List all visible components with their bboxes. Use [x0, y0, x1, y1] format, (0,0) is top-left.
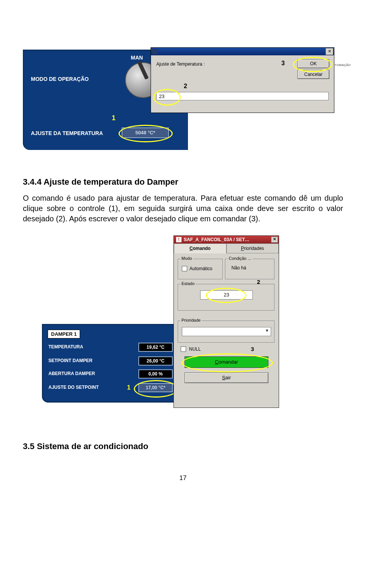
highlight-oval-1 [134, 380, 178, 398]
callout-3: 3 [251, 346, 254, 352]
command-dialog: ! SAF_A_FANCOIL_03A / SET… ✕ CComandooma… [173, 235, 279, 408]
tab-prioridades[interactable]: Prioridades [226, 243, 279, 253]
close-icon[interactable]: ✕ [326, 48, 333, 55]
highlight-oval-2 [153, 89, 181, 106]
automatico-checkbox[interactable]: Automático [182, 266, 212, 271]
close-icon[interactable]: ✕ [271, 237, 278, 243]
checkbox-icon [182, 266, 187, 271]
highlight-oval-2 [206, 288, 246, 303]
checkbox-icon [181, 346, 186, 352]
dialog-titlebar: ✕ [151, 48, 334, 55]
automatico-label: Automático [189, 266, 212, 271]
setpoint-value: 26,00 °C [138, 356, 173, 366]
dialog-title-text: SAF_A_FANCOIL_03A / SET… [184, 237, 249, 242]
temperature-input[interactable] [156, 92, 329, 100]
temperature-dialog: ✕ Ajuste de Temperatura : 3 2 OK Cancela… [151, 47, 334, 113]
figure-1: MAN MODO DE OPERAÇÃO AJUSTE DA TEMPERATU… [23, 50, 328, 164]
page-number: 17 [23, 474, 343, 482]
ajuste-setpoint-label: AJUSTE DO SETPOINT [48, 385, 99, 390]
sair-button[interactable]: Sair [185, 372, 268, 383]
dialog-field-label: Ajuste de Temperatura : [156, 61, 205, 67]
null-label: NULL [189, 346, 201, 352]
modo-operacao-label: MODO DE OPERAÇÃO [31, 76, 89, 82]
prioridade-select[interactable] [182, 327, 271, 336]
callout-2: 2 [184, 83, 187, 90]
temperatura-label: TEMPERATURA [48, 344, 83, 350]
callout-3: 3 [281, 60, 285, 67]
modo-group: Modo Automático [178, 259, 223, 279]
temperatura-value: 19,62 °C [138, 343, 173, 352]
highlight-oval-1 [119, 125, 173, 142]
highlight-oval-3 [293, 57, 332, 72]
condicao-group: Condição ... Não há [225, 259, 274, 279]
prioridade-group: Prioridade [178, 321, 274, 343]
abertura-value: 0,00 % [138, 369, 173, 379]
highlight-oval-3 [181, 353, 273, 372]
man-label: MAN [131, 55, 143, 61]
callout-1: 1 [127, 384, 130, 391]
tab-comando[interactable]: CComandoomando [174, 243, 226, 253]
prioridade-legend: Prioridade [180, 318, 202, 322]
modo-legend: Modo [180, 256, 193, 261]
callout-1: 1 [112, 114, 116, 122]
ajuste-temperatura-label: AJUSTE DA TEMPERATURA [31, 130, 103, 136]
setpoint-label: SETPOINT DAMPER [48, 358, 92, 363]
figure-2: DAMPER 1 TEMPERATURA SETPOINT DAMPER ABE… [42, 235, 309, 419]
null-checkbox[interactable]: NULL [181, 346, 201, 352]
damper-header: DAMPER 1 [48, 330, 80, 338]
dialog-tabs: CComandoomando Prioridades [174, 243, 279, 253]
section-35-heading: 3.5 Sistema de ar condicionado [23, 441, 343, 451]
abertura-label: ABERTURA DAMPER [48, 371, 95, 376]
condicao-value: Não há [231, 265, 246, 271]
condicao-legend: Condição ... [228, 256, 252, 261]
section-344-heading: 3.4.4 Ajuste de temperatura do Damper [23, 177, 343, 187]
estado-legend: Estado [180, 281, 196, 286]
section-344-body: O comando é usado para ajustar de temper… [23, 193, 343, 224]
window-icon [152, 49, 157, 54]
damper-panel: DAMPER 1 TEMPERATURA SETPOINT DAMPER ABE… [42, 324, 187, 403]
alert-icon: ! [176, 237, 181, 242]
dialog-titlebar: ! SAF_A_FANCOIL_03A / SET… ✕ [174, 236, 279, 243]
